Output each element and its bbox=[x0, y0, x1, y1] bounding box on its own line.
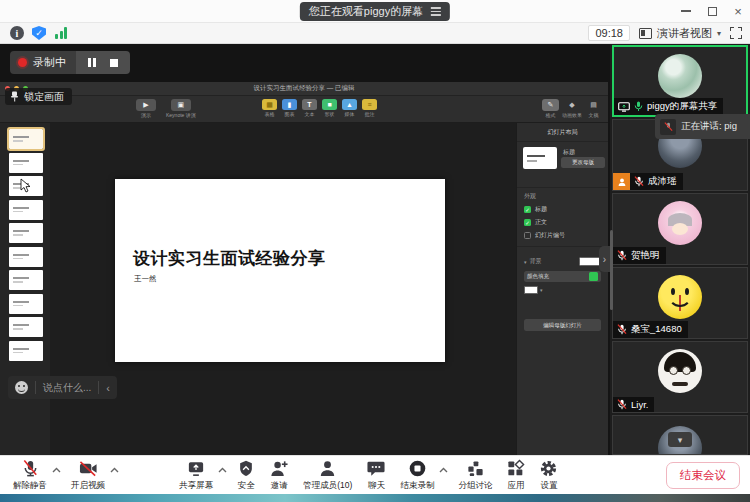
share-screen-button[interactable]: 共享屏幕 bbox=[172, 456, 220, 494]
speaker-mini-avatar bbox=[660, 119, 676, 135]
emoji-icon[interactable] bbox=[15, 381, 28, 394]
sidebar-scrollbar[interactable] bbox=[610, 230, 613, 310]
slide-title: 设计实习生面试经验分享 bbox=[133, 247, 326, 270]
keynote-titlebar: 设计实习生面试经验分享 — 已编辑 bbox=[0, 82, 608, 96]
stop-recording-icon[interactable] bbox=[110, 59, 118, 67]
participant-tile-partial[interactable]: ▾ bbox=[612, 415, 748, 455]
fill-type-dropdown[interactable]: 颜色填充 bbox=[524, 271, 601, 282]
meeting-timer: 09:18 bbox=[588, 25, 630, 41]
banner-options-icon[interactable] bbox=[431, 7, 441, 16]
background-color-well[interactable] bbox=[579, 257, 601, 266]
slide-thumbnail[interactable] bbox=[9, 129, 43, 149]
share-screen-icon bbox=[186, 459, 206, 478]
chat-bubble-icon bbox=[366, 459, 386, 478]
disclosure-triangle-icon[interactable]: ▾ bbox=[524, 259, 527, 265]
slide-canvas: 设计实习生面试经验分享 王一然 bbox=[50, 123, 516, 455]
pause-recording-icon[interactable] bbox=[88, 58, 96, 67]
participant-tile-piggy[interactable]: piggy的屏幕共享 bbox=[612, 45, 748, 117]
edit-master-button[interactable]: 编辑母版幻灯片 bbox=[524, 319, 601, 331]
master-slide-thumbnail[interactable] bbox=[523, 147, 557, 169]
stop-recording-button[interactable]: 结束录制 bbox=[393, 456, 441, 494]
start-video-button[interactable]: 开启视频 bbox=[64, 456, 112, 494]
security-button[interactable]: 安全 bbox=[230, 456, 262, 494]
animate-icon: ◆ bbox=[564, 99, 581, 111]
participant-tile-sangbao[interactable]: 桑宝_14680 bbox=[612, 267, 748, 339]
avatar bbox=[658, 201, 702, 245]
recording-label: 录制中 bbox=[33, 55, 66, 70]
slide-thumbnail[interactable] bbox=[9, 223, 43, 243]
keynote-play-button[interactable]: ▶ 演示 bbox=[136, 99, 156, 118]
close-icon[interactable]: × bbox=[730, 3, 746, 19]
sidebar-toggle-handle[interactable]: › bbox=[599, 246, 610, 272]
participant-tile-liyr[interactable]: Liyr. bbox=[612, 341, 748, 413]
mic-muted-icon bbox=[617, 250, 627, 261]
tab-document[interactable]: ▤ 文稿 bbox=[585, 99, 602, 118]
insert-chart-button[interactable]: ▮ 图表 bbox=[282, 99, 297, 117]
participant-tile-heyanming[interactable]: 贺艳明 bbox=[612, 193, 748, 265]
gear-icon bbox=[539, 459, 558, 478]
fullscreen-icon[interactable] bbox=[730, 27, 742, 39]
keynote-toolbar: ▶ 演示 ▣ Keynote 讲演 ▦ 表格 ▮ bbox=[0, 96, 608, 123]
meeting-control-bar: 解除静音 开启视频 bbox=[0, 455, 750, 494]
meeting-info-icon[interactable]: i bbox=[10, 26, 24, 40]
insert-text-button[interactable]: T 文本 bbox=[302, 99, 317, 117]
checkbox-slide-number[interactable]: 幻灯片编号 bbox=[524, 231, 601, 240]
tab-animate[interactable]: ◆ 动画效果 bbox=[562, 99, 582, 118]
collapse-strip-button[interactable]: ▾ bbox=[668, 432, 692, 447]
slide-thumbnail[interactable] bbox=[9, 341, 43, 361]
connection-signal-icon bbox=[55, 27, 67, 39]
slide-thumbnail[interactable] bbox=[9, 153, 43, 173]
slide-thumbnail[interactable] bbox=[9, 247, 43, 267]
checkbox-body[interactable]: ✓ 正文 bbox=[524, 218, 601, 227]
stop-record-icon bbox=[408, 459, 427, 478]
chat-button[interactable]: 聊天 bbox=[359, 456, 393, 494]
shape-icon: ■ bbox=[322, 99, 337, 110]
unmute-button[interactable]: 解除静音 bbox=[6, 456, 54, 494]
slide-thumbnail[interactable] bbox=[9, 294, 43, 314]
participants-sidebar: piggy的屏幕共享 成沛瑶 bbox=[610, 44, 750, 455]
chart-icon: ▮ bbox=[282, 99, 297, 110]
breakout-rooms-button[interactable]: 分组讨论 bbox=[451, 456, 499, 494]
insert-media-button[interactable]: ▲ 媒体 bbox=[342, 99, 357, 117]
keynote-insert-tools: ▦ 表格 ▮ 图表 T 文本 ■ 形状 bbox=[262, 99, 377, 117]
slide-thumbnail[interactable] bbox=[9, 270, 43, 290]
view-mode-button[interactable]: 演讲者视图 ▾ bbox=[639, 26, 721, 41]
checkbox-title[interactable]: ✓ 标题 bbox=[524, 205, 601, 214]
apps-button[interactable]: 应用 bbox=[499, 456, 532, 494]
play-icon: ▶ bbox=[136, 99, 156, 111]
settings-button[interactable]: 设置 bbox=[532, 456, 565, 494]
security-shield-icon bbox=[237, 459, 255, 478]
keynote-live-button[interactable]: ▣ Keynote 讲演 bbox=[166, 99, 196, 118]
insert-shape-button[interactable]: ■ 形状 bbox=[322, 99, 337, 117]
swatch-caret-icon: ▾ bbox=[540, 287, 543, 293]
end-meeting-button[interactable]: 结束会议 bbox=[666, 462, 740, 489]
chat-input[interactable]: 说点什么... bbox=[43, 381, 91, 395]
chat-collapse-icon[interactable]: ‹ bbox=[106, 382, 110, 394]
format-inspector-panel: 幻灯片布局 标题 更改母版 外观 ✓ 标题 ✓ bbox=[516, 123, 608, 455]
participant-name: piggy的屏幕共享 bbox=[647, 100, 717, 113]
encryption-shield-icon[interactable]: ✓ bbox=[32, 26, 46, 40]
invite-button[interactable]: 邀请 bbox=[262, 456, 296, 494]
maximize-icon[interactable] bbox=[704, 3, 720, 19]
slide-thumbnail[interactable] bbox=[9, 317, 43, 337]
insert-comment-button[interactable]: ≡ 批注 bbox=[362, 99, 377, 117]
insert-table-button[interactable]: ▦ 表格 bbox=[262, 99, 277, 117]
pin-screen-button[interactable]: 锁定画面 bbox=[5, 88, 72, 105]
recording-dot-icon bbox=[18, 58, 27, 67]
mouse-cursor bbox=[20, 178, 31, 193]
pin-label: 锁定画面 bbox=[24, 90, 64, 104]
meeting-main-area: 录制中 设计实习生面试经验分享 — 已编辑 ▶ 演示 bbox=[0, 44, 750, 455]
change-master-button[interactable]: 更改母版 bbox=[561, 157, 605, 168]
format-brush-icon: ✎ bbox=[542, 99, 559, 111]
current-slide[interactable]: 设计实习生面试经验分享 王一然 bbox=[115, 179, 445, 362]
quick-chat-bar: 说点什么... ‹ bbox=[8, 376, 117, 399]
fill-color-swatch[interactable] bbox=[524, 286, 538, 294]
invite-person-icon bbox=[269, 459, 289, 478]
speaking-toast-text: 正在讲话: pig bbox=[681, 120, 737, 133]
tab-format[interactable]: ✎ 格式 bbox=[542, 99, 559, 118]
manage-participants-button[interactable]: 管理成员(10) bbox=[296, 456, 359, 494]
minimize-icon[interactable] bbox=[678, 3, 694, 19]
slide-thumbnail[interactable] bbox=[9, 200, 43, 220]
slide-subtitle: 王一然 bbox=[134, 274, 157, 284]
checkbox-checked-icon: ✓ bbox=[524, 219, 531, 226]
